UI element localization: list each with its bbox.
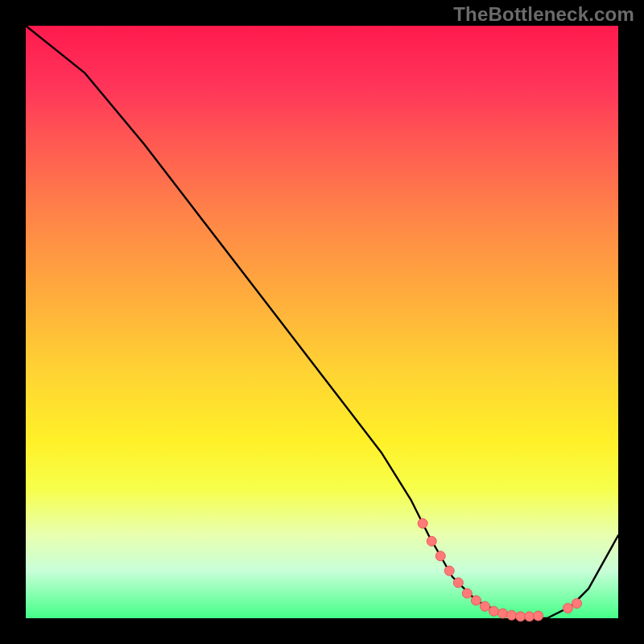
curve-marker <box>489 606 498 616</box>
curve-marker <box>516 612 526 621</box>
curve-marker <box>436 551 445 561</box>
curve-marker <box>418 518 427 528</box>
curve-marker <box>444 566 454 576</box>
curve-marker <box>462 588 472 598</box>
curve-marker <box>427 536 436 546</box>
curve-marker <box>480 601 489 611</box>
chart-overlay-svg <box>26 26 618 618</box>
curve-marker <box>525 612 535 621</box>
curve-marker <box>453 578 463 588</box>
curve-marker <box>563 604 572 613</box>
chart-frame: TheBottleneck.com <box>0 0 644 644</box>
attribution-text: TheBottleneck.com <box>453 3 634 26</box>
curve-marker <box>534 611 543 621</box>
curve-marker <box>572 599 582 609</box>
curve-marker <box>471 596 481 605</box>
curve-marker <box>498 609 508 618</box>
curve-marker <box>507 610 517 620</box>
bottleneck-curve <box>26 26 618 618</box>
curve-markers <box>418 518 581 621</box>
